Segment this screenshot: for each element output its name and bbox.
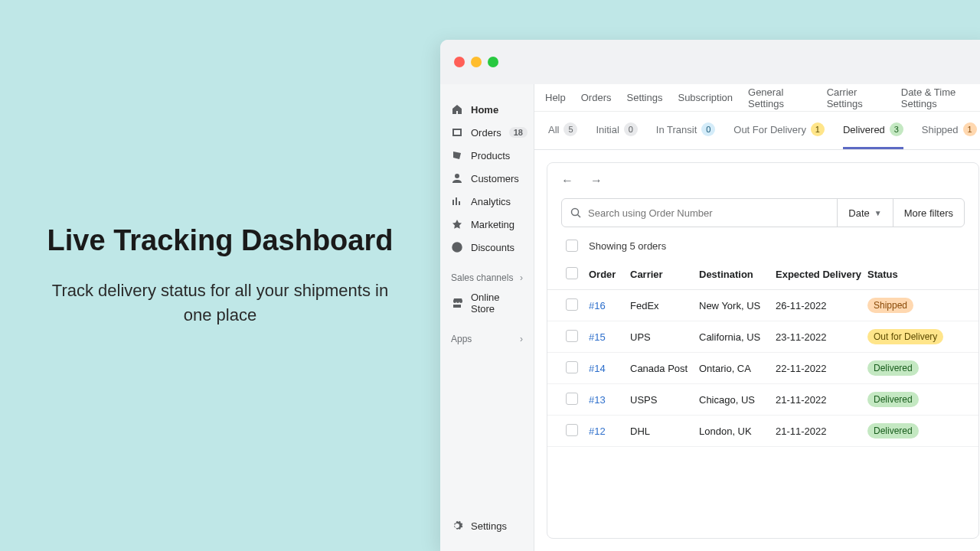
topnav-link[interactable]: General Settings	[748, 86, 812, 109]
filter-label: More filters	[904, 207, 953, 219]
col-destination: Destination	[699, 269, 776, 280]
tab-label: Out For Delivery	[733, 124, 806, 135]
cell-expected: 23-11-2022	[776, 331, 867, 343]
cell-carrier: DHL	[630, 425, 699, 437]
cell-expected: 26-11-2022	[776, 300, 867, 311]
tab-count-badge: 5	[564, 122, 577, 136]
sidebar-section-apps[interactable]: Apps ›	[451, 334, 523, 344]
topnav-link[interactable]: Orders	[581, 92, 612, 103]
row-checkbox[interactable]	[566, 330, 578, 342]
table-body: #16FedExNew York, US26-11-2022Shipped#15…	[547, 290, 978, 447]
sidebar-item-analytics[interactable]: Analytics	[448, 190, 526, 213]
next-page-button[interactable]: →	[590, 174, 603, 187]
col-expected: Expected Delivery	[776, 269, 867, 280]
tab-all[interactable]: All5	[548, 122, 577, 149]
tab-initial[interactable]: Initial0	[596, 122, 637, 149]
search-field[interactable]	[562, 199, 837, 227]
section-label: Apps	[451, 334, 472, 344]
svg-point-0	[572, 209, 579, 216]
tab-label: All	[548, 124, 559, 135]
row-checkbox[interactable]	[566, 393, 578, 405]
sidebar-item-settings[interactable]: Settings	[448, 514, 526, 537]
sidebar-item-label: Customers	[471, 173, 519, 184]
close-window-button[interactable]	[454, 57, 465, 67]
cell-destination: California, US	[699, 331, 776, 343]
sidebar-item-home[interactable]: Home	[448, 98, 526, 121]
row-checkbox[interactable]	[566, 361, 578, 373]
status-badge: Shipped	[867, 298, 913, 313]
cell-expected: 21-11-2022	[776, 425, 867, 437]
count-badge: 18	[509, 127, 528, 138]
topnav-link[interactable]: Settings	[626, 92, 662, 103]
cell-expected: 22-11-2022	[776, 363, 867, 374]
sidebar-nav: HomeOrders18ProductsCustomersAnalyticsMa…	[448, 98, 526, 259]
results-summary: Showing 5 orders	[547, 227, 978, 259]
sidebar-item-products[interactable]: Products	[448, 144, 526, 167]
tab-count-badge: 1	[811, 122, 825, 136]
more-filters-button[interactable]: More filters	[893, 199, 964, 227]
cell-carrier: USPS	[630, 394, 699, 406]
status-tabs: All5Initial0In Transit0Out For Delivery1…	[534, 112, 980, 150]
order-link[interactable]: #14	[589, 363, 606, 374]
sidebar-item-orders[interactable]: Orders18	[448, 121, 526, 144]
tab-label: Shipped	[922, 124, 959, 135]
pager: ← →	[547, 163, 978, 198]
tab-count-badge: 0	[624, 122, 638, 136]
select-all-checkbox[interactable]	[566, 240, 578, 252]
order-link[interactable]: #12	[589, 425, 606, 437]
table-header: Order Carrier Destination Expected Deliv…	[547, 259, 978, 290]
topnav-link[interactable]: Help	[545, 92, 566, 103]
hero-subtitle: Track delivery status for all your shipm…	[37, 279, 403, 328]
tab-count-badge: 3	[890, 122, 903, 136]
sidebar: HomeOrders18ProductsCustomersAnalyticsMa…	[440, 84, 534, 551]
sidebar-item-discounts[interactable]: Discounts	[448, 236, 526, 259]
topnav-link[interactable]: Date & Time Settings	[901, 86, 980, 109]
chevron-right-icon: ›	[520, 334, 523, 344]
sidebar-item-marketing[interactable]: Marketing	[448, 213, 526, 236]
sidebar-item-label: Analytics	[471, 196, 511, 207]
sidebar-item-label: Orders	[471, 127, 501, 139]
search-input[interactable]	[588, 199, 829, 227]
tab-delivered[interactable]: Delivered3	[843, 122, 903, 149]
maximize-window-button[interactable]	[488, 57, 498, 67]
table-row: #12DHLLondon, UK21-11-2022Delivered	[547, 416, 978, 447]
tab-label: Initial	[596, 124, 619, 135]
order-link[interactable]: #13	[589, 394, 606, 406]
nav-icon	[451, 218, 463, 230]
section-label: Sales channels	[451, 272, 513, 283]
chevron-down-icon: ▼	[874, 209, 882, 217]
tab-out-for-delivery[interactable]: Out For Delivery1	[733, 122, 825, 149]
sidebar-item-label: Settings	[471, 520, 507, 532]
status-badge: Out for Delivery	[867, 329, 943, 344]
window-titlebar	[440, 40, 980, 84]
cell-destination: New York, US	[699, 300, 776, 311]
order-link[interactable]: #15	[589, 331, 606, 343]
sidebar-section-sales-channels[interactable]: Sales channels ›	[451, 272, 523, 283]
header-checkbox[interactable]	[566, 267, 578, 279]
filter-bar: Date ▼ More filters	[561, 198, 965, 227]
table-row: #15UPSCalifornia, US23-11-2022Out for De…	[547, 321, 978, 353]
col-order: Order	[589, 269, 630, 280]
tab-in-transit[interactable]: In Transit0	[656, 122, 715, 149]
sidebar-item-customers[interactable]: Customers	[448, 167, 526, 190]
topnav-link[interactable]: Carrier Settings	[827, 86, 886, 109]
minimize-window-button[interactable]	[471, 57, 482, 67]
topnav-link[interactable]: Subscription	[678, 92, 733, 103]
order-link[interactable]: #16	[589, 300, 606, 311]
nav-icon	[451, 195, 463, 207]
date-filter-button[interactable]: Date ▼	[837, 199, 892, 227]
top-nav: HelpOrdersSettingsSubscriptionGeneral Se…	[534, 84, 980, 112]
row-checkbox[interactable]	[566, 298, 578, 311]
status-badge: Delivered	[867, 423, 919, 439]
chevron-right-icon: ›	[520, 272, 523, 283]
prev-page-button[interactable]: ←	[561, 174, 573, 187]
table-row: #16FedExNew York, US26-11-2022Shipped	[547, 290, 978, 321]
cell-carrier: Canada Post	[630, 363, 699, 374]
cell-expected: 21-11-2022	[776, 394, 867, 406]
search-icon	[570, 207, 582, 219]
filter-label: Date	[848, 207, 869, 219]
tab-shipped[interactable]: Shipped1	[922, 122, 977, 149]
row-checkbox[interactable]	[566, 424, 578, 436]
tab-count-badge: 0	[701, 122, 715, 136]
sidebar-item-online-store[interactable]: Online Store	[448, 286, 526, 320]
